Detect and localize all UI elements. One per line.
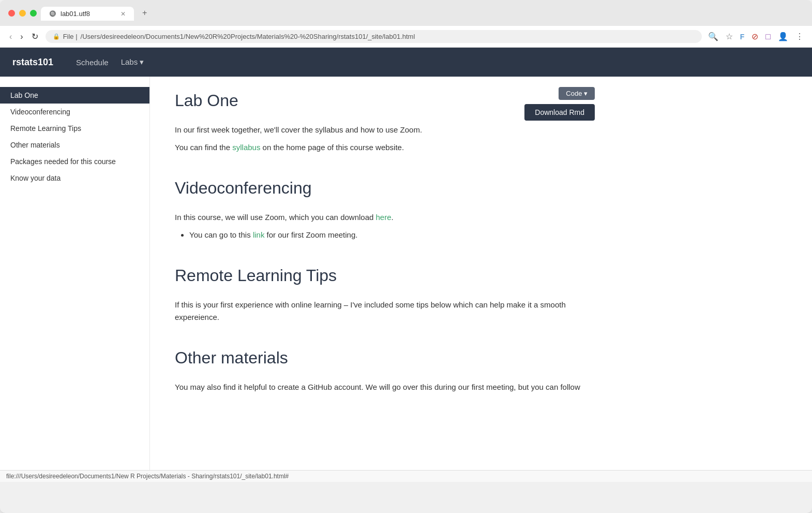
lab-one-para1: In our first week together, we'll cover … bbox=[175, 124, 591, 136]
extension-icon[interactable]: □ bbox=[765, 32, 771, 41]
videoconferencing-bullets: You can go to this link for our first Zo… bbox=[189, 229, 591, 241]
section-other-materials: Other materials You may also find it hel… bbox=[175, 348, 591, 393]
browser-controls: 🔘 lab01.utf8 ✕ + bbox=[8, 5, 804, 21]
syllabus-link[interactable]: syllabus bbox=[232, 143, 260, 152]
feedly-icon[interactable]: F bbox=[740, 33, 745, 41]
new-tab-button[interactable]: + bbox=[136, 5, 153, 21]
tab-favicon-icon: 🔘 bbox=[49, 10, 56, 17]
section-videoconferencing: Videoconferencing In this course, we wil… bbox=[175, 179, 591, 241]
blocker-icon[interactable]: ⊘ bbox=[751, 32, 758, 41]
close-button[interactable] bbox=[8, 10, 15, 17]
section-remote-learning: Remote Learning Tips If this is your fir… bbox=[175, 266, 591, 324]
code-button[interactable]: Code ▾ bbox=[559, 87, 595, 100]
sidebar-item-packages[interactable]: Packages needed for this course bbox=[0, 153, 149, 170]
heading-other-materials: Other materials bbox=[175, 348, 591, 372]
content-area: Code ▾ Download Rmd Lab One In our first… bbox=[150, 77, 615, 470]
tab-close-icon[interactable]: ✕ bbox=[121, 10, 126, 18]
sidebar-item-remote-learning-tips[interactable]: Remote Learning Tips bbox=[0, 120, 149, 137]
browser-window: 🔘 lab01.utf8 ✕ + ‹ › ↻ 🔒 File | /Users/d… bbox=[0, 0, 812, 513]
download-rmd-button[interactable]: Download Rmd bbox=[524, 104, 595, 121]
sidebar-item-other-materials[interactable]: Other materials bbox=[0, 137, 149, 153]
lock-icon: 🔒 bbox=[53, 33, 60, 40]
zoom-download-link[interactable]: here bbox=[376, 213, 392, 222]
other-materials-para1: You may also find it helpful to create a… bbox=[175, 381, 591, 393]
zoom-meeting-link[interactable]: link bbox=[253, 230, 265, 239]
address-field[interactable]: 🔒 File | /Users/desireedeleon/Documents1… bbox=[46, 30, 702, 43]
remote-learning-para1: If this is your first experience with on… bbox=[175, 299, 591, 324]
profile-icon[interactable]: 👤 bbox=[778, 32, 788, 41]
browser-titlebar: 🔘 lab01.utf8 ✕ + bbox=[0, 0, 812, 26]
browser-toolbar-icons: 🔍 ☆ F ⊘ □ 👤 ⋮ bbox=[708, 32, 804, 41]
menu-icon[interactable]: ⋮ bbox=[795, 32, 804, 41]
maximize-button[interactable] bbox=[30, 10, 37, 17]
search-icon[interactable]: 🔍 bbox=[708, 32, 718, 41]
labs-nav-link[interactable]: Labs ▾ bbox=[115, 53, 151, 71]
sidebar: Lab One Videoconferencing Remote Learnin… bbox=[0, 77, 150, 470]
heading-videoconferencing: Videoconferencing bbox=[175, 179, 591, 202]
code-btn-area: Code ▾ Download Rmd bbox=[524, 87, 595, 121]
heading-remote-learning: Remote Learning Tips bbox=[175, 266, 591, 289]
main-content: Lab One Videoconferencing Remote Learnin… bbox=[0, 77, 812, 470]
tab-bar: 🔘 lab01.utf8 ✕ + bbox=[41, 5, 153, 21]
sidebar-item-videoconferencing[interactable]: Videoconferencing bbox=[0, 104, 149, 120]
minimize-button[interactable] bbox=[19, 10, 26, 17]
bookmark-icon[interactable]: ☆ bbox=[726, 32, 733, 41]
sidebar-item-lab-one[interactable]: Lab One bbox=[0, 87, 149, 104]
status-bar: file:///Users/desireedeleon/Documents1/N… bbox=[0, 470, 812, 482]
address-url: /Users/desireedeleon/Documents1/New%20R%… bbox=[81, 33, 415, 40]
videoconferencing-para1: In this course, we will use Zoom, which … bbox=[175, 211, 591, 224]
tab-title: lab01.utf8 bbox=[61, 10, 90, 18]
status-bar-text: file:///Users/desireedeleon/Documents1/N… bbox=[6, 473, 289, 480]
active-tab[interactable]: 🔘 lab01.utf8 ✕ bbox=[41, 7, 134, 21]
forward-button[interactable]: › bbox=[19, 31, 24, 42]
app-navbar: rstats101 Schedule Labs ▾ bbox=[0, 48, 812, 77]
brand-link[interactable]: rstats101 bbox=[12, 57, 53, 68]
bullet-zoom-link: You can go to this link for our first Zo… bbox=[189, 229, 591, 241]
lab-one-para2: You can find the syllabus on the home pa… bbox=[175, 141, 591, 154]
address-prefix: File | bbox=[63, 33, 78, 40]
schedule-nav-link[interactable]: Schedule bbox=[70, 54, 115, 71]
sidebar-item-know-your-data[interactable]: Know your data bbox=[0, 170, 149, 186]
address-bar: ‹ › ↻ 🔒 File | /Users/desireedeleon/Docu… bbox=[0, 26, 812, 48]
back-button[interactable]: ‹ bbox=[8, 31, 13, 42]
refresh-button[interactable]: ↻ bbox=[31, 31, 39, 42]
